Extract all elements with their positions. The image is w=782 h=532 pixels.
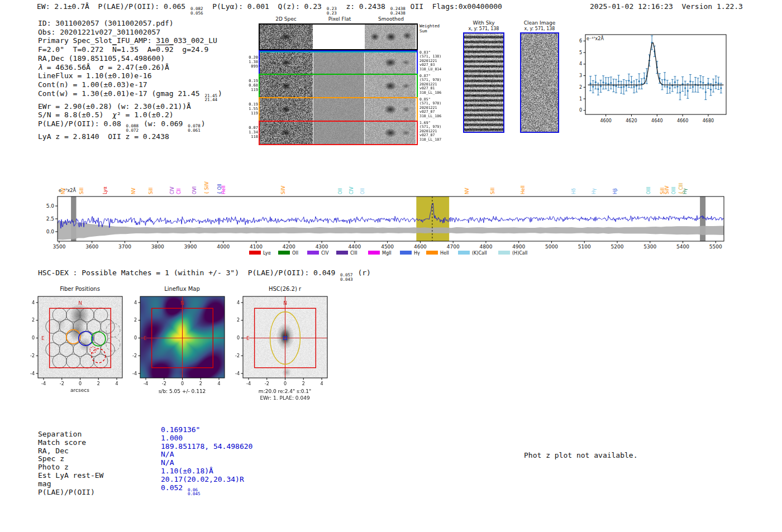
fit-x-tick-label: 4640 [651,118,662,123]
info-line-5: λ = 4636.56Å σ = 2.47(±0.26)Å [38,63,222,72]
legend-label-Lyα: Lyα [263,251,271,256]
stacked-uncertainty: 0.0880.072 [126,124,139,132]
cutout-x-tick-label: 2 [199,381,202,386]
fit-y-tick-label: 1 [579,97,582,102]
data-point [689,80,691,82]
data-point [664,79,665,80]
spectrum-x-tick-label: 3900 [184,244,197,250]
data-point [623,86,624,88]
spectrum-x-tick-label: 4900 [512,244,525,250]
data-point [666,86,668,88]
match-value-2: 189.851178, 54.498620 [161,442,252,450]
match-value-4: N/A [161,458,174,467]
data-point [702,82,704,84]
fiber-circle-dashed [106,323,120,337]
lineflux_map-axes-overlay: NE-4-2024-4-2024 [123,286,235,394]
fit-x-tick-label: 4660 [677,118,688,123]
emission-line-label-CIV: CIV [170,186,175,194]
spec2d-row-4-pixelflat-image [313,122,364,144]
emission-line-label-SiII: SiII [149,188,154,194]
legend-swatch-MgII [368,251,380,255]
emission-line-label-SiIV: SiIV [665,185,670,194]
spec2d-row-0-annotation: WeightedSum [419,24,447,33]
info-line-1: Obs: 20201221v027_3011002057 [38,28,222,37]
data-point [600,85,602,87]
data-point [605,82,607,84]
info-line-12: LyA z = 2.8140 OII z = 0.2438 [38,132,222,141]
cutout-x-tick-label: 0 [79,381,82,386]
info-line-11: P(LAE)/P(OII): 0.08 0.0880.072 (w: 0.069… [38,119,222,132]
cutout-y-tick-label: 4 [32,300,35,305]
emission-line-label-Hγ: Hγ [683,188,688,194]
compass-east-label: E [246,336,250,341]
spec2d-col-header-2: Smoothed [363,16,419,22]
match-value-1: 1.000 [161,434,183,442]
emission-line-label-CIV: CIV [349,186,354,194]
data-point [592,86,594,88]
data-point [643,77,645,79]
fit-flux-units-annotation: e⁻¹⁷x2Å [586,35,604,41]
spec2d-row-0-pixelflat-image [313,25,364,49]
spec2d-row-4-annotation: 1.69"(571, 979)20201221v027_07310_LL_107 [419,121,447,142]
stacked-uncertainty: 21.4521.44 [204,94,217,102]
emission-line-label-NV: NV [61,188,66,194]
data-point [710,89,712,90]
fit-y-tick-label: 0 [579,108,582,113]
error-band [58,221,724,239]
spectrum-y-tick-label: 2.5 [46,216,54,222]
emission-line-label-OVI: OVI [192,186,197,194]
info-line-7: Cont(n) = 1.00(±0.03)e-17 [38,80,222,89]
compass-north-label: N [283,300,287,306]
spacer [673,2,682,11]
fiber-circle-orange [66,330,80,344]
spec2d-col-header-0: 2D Spec [258,16,314,22]
fiber-circle-dashed [106,337,120,351]
stacked-uncertainty: 0.060.045 [188,488,201,496]
data-point [692,86,694,88]
cutout-y-tick-label: -2 [30,353,35,358]
spectrum-x-tick-label: 5000 [545,244,558,250]
fit-y-tick-label: 4 [579,61,582,66]
report-timestamp: 2025-01-02 12:16:23 [590,2,673,11]
spectrum-x-tick-label: 3600 [85,244,98,250]
cutout-x-tick-label: 2 [302,381,305,386]
cutout-y-tick-label: -4 [132,371,137,376]
data-point [615,85,617,87]
data-point [687,90,689,92]
emission-line-label-NV: NV [131,188,136,194]
cutout-x-tick-label: 4 [320,381,323,386]
match-label-separation: Separation [38,430,82,438]
clean-image-title: Clean Image [512,20,568,26]
spectrum-y-tick-label: 0.0 [46,229,55,234]
elixer-report: EW: 2.1±0.7Å P(LAE)/P(OII): 0.065 0.0820… [0,0,782,532]
spectrum-x-tick-label: 4700 [447,244,460,250]
cutout-x-tick-label: -4 [144,381,148,386]
data-point [718,83,719,84]
spec2d-row-4-weights: 0.071.34118 [245,126,258,139]
spec2d-row-2-smoothed-image [365,75,416,97]
detection-info-block: ID: 3011002057 (3011002057.pdf)Obs: 2020… [38,19,222,141]
stacked-uncertainty: 0.230.23 [327,7,337,15]
clean-image-image [521,33,558,132]
legend-label-CIV: CIV [321,251,329,256]
cutout-x-tick-label: -2 [265,381,269,386]
cutout-x-tick-label: 2 [97,381,100,386]
data-point [597,88,599,90]
match-value-0: 0.169136" [161,425,200,434]
match-value-5: 1.10(±0.18)Å [161,467,213,475]
cutout-y-tick-label: 4 [134,300,137,305]
spec2d-row-4-2dspec-image [260,122,313,144]
match-label-ra-dec: RA, Dec [38,447,69,455]
spec2d-row-1-2dspec-image [260,51,313,74]
cutout-y-tick-label: 2 [32,318,35,323]
fiber-circle-red-dashed [92,349,106,363]
spec2d-row-0-2dspec-image [260,25,313,49]
spectrum-x-tick-label: 4400 [348,244,361,250]
data-point [679,92,681,93]
cutout-y-tick-label: -2 [132,353,137,358]
legend-label-(K)CaII: (K)CaII [472,251,487,256]
compass-east-label: E [41,336,45,341]
emission-line-label-HeII: HeII [221,185,226,194]
spec2d-row-4-smoothed-image [365,122,416,144]
with-sky-image [464,33,503,132]
